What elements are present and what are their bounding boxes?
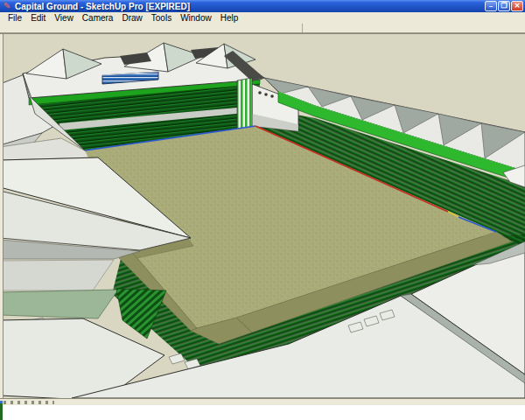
sketchup-window: ✎ Capital Ground - SketchUp Pro [EXPIRED… [0,0,525,420]
window-title: Capital Ground - SketchUp Pro [EXPIRED] [15,2,190,11]
wall-logo [258,91,262,94]
close-button[interactable]: ✕ [511,1,523,11]
menu-item-camera[interactable]: Camera [78,12,118,24]
menu-item-help[interactable]: Help [216,12,243,24]
status-text-marks [4,401,54,404]
title-bar[interactable]: ✎ Capital Ground - SketchUp Pro [EXPIRED… [0,0,525,12]
toolbar-strip [0,24,525,33]
menu-item-tools[interactable]: Tools [147,12,176,24]
menu-bar: File Edit View Camera Draw Tools Window … [0,12,525,24]
menu-item-edit[interactable]: Edit [26,12,50,24]
menu-item-draw[interactable]: Draw [117,12,146,24]
sage-roof-plane[interactable] [0,290,118,318]
menu-item-window[interactable]: Window [176,12,216,24]
corner-striped-wall[interactable] [237,78,252,131]
status-bar [0,398,525,405]
menu-item-file[interactable]: File [4,12,26,24]
toolbar-divider [302,24,303,32]
wall-logo [270,94,274,98]
status-area [0,405,525,420]
viewport-margin [0,33,3,398]
minimize-button[interactable]: – [485,1,497,11]
maximize-button[interactable]: ❐ [498,1,510,11]
status-green-bar [0,403,3,420]
wall-logo [264,93,268,96]
3d-viewport[interactable] [0,33,525,398]
menu-item-view[interactable]: View [50,12,78,24]
sketchup-app-icon: ✎ [2,1,12,11]
